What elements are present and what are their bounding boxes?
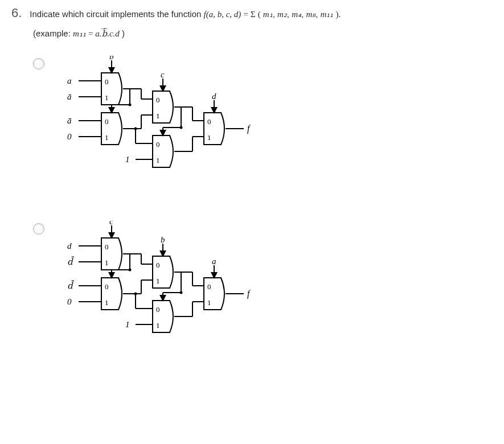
svg-point-77 (180, 291, 183, 294)
func-lhs: f(a, b, c, d) (204, 10, 241, 19)
svg-text:a: a (212, 257, 216, 266)
svg-text:0: 0 (67, 297, 72, 306)
svg-text:a: a (67, 76, 72, 85)
m4: m₄ (292, 10, 301, 19)
svg-text:ā: ā (67, 116, 72, 125)
option-b[interactable]: d d̄ c d̄ 0 b (33, 221, 493, 352)
m2: m₂ (277, 10, 287, 19)
func-sigma: Σ (251, 10, 256, 19)
svg-text:c: c (109, 221, 113, 226)
svg-text:d: d (67, 241, 72, 250)
svg-text:1: 1 (125, 155, 130, 164)
m1: m₁ (263, 10, 273, 19)
svg-point-59 (129, 269, 132, 272)
question-header: 6. Indicate which circuit implements the… (11, 6, 493, 20)
ex-c: c (109, 29, 113, 38)
func-close: ). (336, 10, 341, 19)
ex-bbar: b̄ (102, 29, 108, 38)
svg-text:b: b (109, 56, 114, 61)
question-number: 6. (11, 6, 22, 20)
m11: m₁₁ (321, 10, 334, 19)
func-open: ( (258, 10, 261, 19)
radio-b[interactable] (33, 223, 44, 235)
option-a[interactable]: 0 1 a ā b ā 0 (33, 56, 493, 187)
m8: m₈ (306, 10, 315, 19)
ex-m: m₁₁ (73, 29, 86, 38)
ex-prefix: (example: (33, 28, 73, 38)
svg-text:f: f (247, 289, 251, 299)
ex-a: a (95, 29, 100, 38)
svg-point-34 (180, 126, 183, 129)
svg-text:0: 0 (67, 132, 72, 141)
svg-text:f: f (247, 124, 251, 134)
circuit-b-diagram: d d̄ c d̄ 0 b (56, 221, 261, 352)
ex-d: d (115, 29, 120, 38)
svg-point-27 (134, 128, 137, 130)
question-text: Indicate which circuit implements the fu… (30, 9, 341, 19)
svg-text:d̄: d̄ (67, 256, 75, 266)
radio-a[interactable] (33, 58, 44, 69)
svg-text:c: c (161, 70, 165, 79)
svg-point-70 (134, 293, 137, 295)
svg-text:d̄: d̄ (67, 280, 75, 290)
options-container: 0 1 a ā b ā 0 (33, 56, 493, 352)
svg-text:ā: ā (67, 92, 72, 101)
svg-text:d: d (212, 92, 216, 101)
svg-text:b: b (161, 235, 165, 244)
example-line: (example: m₁₁ = a.b̄.c.d ) (33, 28, 493, 39)
circuit-a-diagram: 0 1 a ā b ā 0 (56, 56, 261, 187)
func-eq: = (244, 10, 251, 19)
ex-eq: = (88, 29, 95, 38)
svg-text:1: 1 (125, 320, 130, 329)
svg-point-16 (129, 104, 132, 106)
prompt-prefix: Indicate which circuit implements the fu… (30, 9, 203, 19)
ex-suffix: ) (122, 28, 125, 38)
